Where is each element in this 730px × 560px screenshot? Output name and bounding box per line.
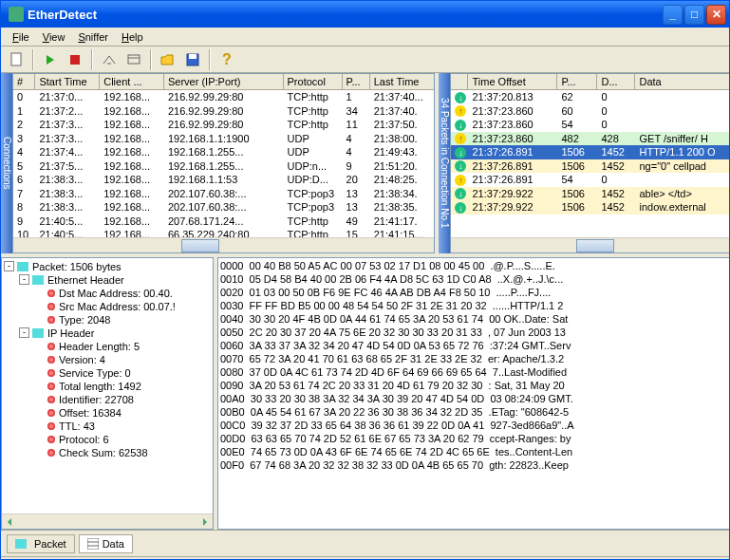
table-row[interactable]: 1021:40:5...192.168...66.35.229.240:80TC… (13, 228, 434, 237)
menubar: File View Sniffer Help (1, 28, 729, 47)
save-button[interactable] (181, 48, 204, 71)
toolbar: ? (1, 47, 729, 73)
hex-row[interactable]: 00C0 39 32 37 2D 33 65 64 38 36 36 61 39… (220, 420, 730, 433)
menu-view[interactable]: View (37, 29, 71, 45)
tree-node[interactable]: Dst Mac Address: 00.40. (4, 287, 211, 300)
conn-col-1[interactable]: Start Time (35, 74, 100, 89)
table-row[interactable]: ↓21:37:20.813620 (451, 90, 730, 104)
table-row[interactable]: ↑21:37:23.860600 (451, 104, 730, 119)
tree-hscroll[interactable] (2, 513, 213, 529)
menu-help[interactable]: Help (116, 29, 149, 45)
hex-row[interactable]: 0080 37 0D 0A 4C 61 73 74 2D 4D 6F 64 69… (220, 366, 730, 380)
maximize-button[interactable]: □ (684, 5, 704, 25)
svg-rect-2 (70, 55, 80, 65)
tab-packet[interactable]: Packet (7, 534, 75, 553)
conn-col-2[interactable]: Client ... (100, 74, 164, 89)
arrow-down-icon: ↓ (455, 92, 466, 103)
hex-row[interactable]: 0050 2C 20 30 37 20 4A 75 6E 20 32 30 30… (220, 327, 730, 340)
close-button[interactable]: ✕ (706, 5, 726, 25)
tree-node[interactable]: Type: 2048 (4, 313, 211, 327)
table-row[interactable]: ↓21:37:29.92215061452able> </td> (451, 187, 730, 201)
pkt-col-1[interactable]: Time Offset (468, 74, 557, 89)
pkt-col-3[interactable]: D... (597, 74, 635, 89)
tree-node[interactable]: -Packet: 1506 bytes (4, 260, 211, 273)
hex-row[interactable]: 00D0 63 63 65 70 74 2D 52 61 6E 67 65 73… (220, 433, 730, 446)
hex-row[interactable]: 0030 FF FF BD B5 00 00 48 54 54 50 2F 31… (220, 300, 730, 313)
hex-view[interactable]: 0000 00 40 B8 50 A5 AC 00 07 53 02 17 D1… (218, 258, 730, 529)
table-row[interactable]: 821:38:3...192.168...202.107.60.38:...TC… (13, 200, 434, 215)
menu-sniffer[interactable]: Sniffer (72, 29, 114, 45)
packets-hscroll[interactable] (451, 237, 730, 252)
expand-icon[interactable]: - (4, 261, 14, 271)
arrow-up-icon: ↑ (455, 175, 466, 186)
conn-col-3[interactable]: Server (IP:Port) (164, 74, 284, 89)
tree-node[interactable]: Total length: 1492 (4, 380, 211, 393)
tree-node[interactable]: TTL: 43 (4, 420, 211, 433)
svg-rect-0 (11, 53, 21, 65)
filter-button[interactable] (122, 48, 145, 71)
pkt-col-4[interactable]: Data (635, 74, 730, 89)
window-title: EtherDetect (28, 8, 661, 22)
hex-row[interactable]: 0040 30 30 20 4F 4B 0D 0A 44 61 74 65 3A… (220, 313, 730, 327)
tree-panel: -Packet: 1506 bytes-Ethernet HeaderDst M… (1, 257, 214, 530)
bottom-tabs: Packet Data (1, 530, 729, 556)
table-row[interactable]: ↑21:37:23.860482428GET /sniffer/ H (451, 132, 730, 146)
table-row[interactable]: 921:40:5...192.168...207.68.171.24...TCP… (13, 215, 434, 229)
table-row[interactable]: ↓21:37:26.89115061452HTTP/1.1 200 O (451, 145, 730, 159)
hex-row[interactable]: 0010 05 D4 58 B4 40 00 2B 06 F4 4A D8 5C… (220, 273, 730, 287)
table-row[interactable]: 121:37:2...192.168...216.92.99.29:80TCP:… (13, 104, 434, 119)
table-row[interactable]: 521:37:5...192.168...192.168.1.255...UDP… (13, 159, 434, 174)
help-button[interactable]: ? (215, 48, 238, 71)
hex-row[interactable]: 0070 65 72 3A 20 41 70 61 63 68 65 2F 31… (220, 353, 730, 366)
hex-row[interactable]: 00E0 74 65 73 0D 0A 43 6F 6E 74 65 6E 74… (220, 446, 730, 459)
conn-col-4[interactable]: Protocol (284, 74, 343, 89)
table-row[interactable]: 221:37:3...192.168...216.92.99.29:80TCP:… (13, 118, 434, 132)
conn-col-6[interactable]: Last Time (370, 74, 435, 89)
menu-file[interactable]: File (7, 29, 35, 45)
table-row[interactable]: ↑21:37:26.891540 (451, 173, 730, 187)
tree-node[interactable]: Version: 4 (4, 353, 211, 366)
minimize-button[interactable]: _ (663, 5, 683, 25)
tree-node[interactable]: Offset: 16384 (4, 406, 211, 420)
table-row[interactable]: ↓21:37:26.89115061452ng="0" cellpad (451, 159, 730, 174)
tree-node[interactable]: Check Sum: 62538 (4, 446, 211, 459)
open-button[interactable] (157, 48, 179, 71)
hex-row[interactable]: 00F0 67 74 68 3A 20 32 32 38 32 33 0D 0A… (220, 459, 730, 473)
expand-icon[interactable]: - (19, 327, 29, 338)
connections-hscroll[interactable] (13, 237, 434, 252)
table-row[interactable]: 721:38:3...192.168...202.107.60.38:...TC… (13, 187, 434, 201)
expand-icon[interactable]: - (19, 274, 29, 285)
hex-row[interactable]: 0060 3A 33 37 3A 32 34 20 47 4D 54 0D 0A… (220, 340, 730, 353)
table-row[interactable]: 421:37:4...192.168...192.168.1.255...UDP… (13, 145, 434, 159)
tree-node[interactable]: Protocol: 6 (4, 433, 211, 446)
table-row[interactable]: 021:37:0...192.168...216.92.99.29:80TCP:… (13, 90, 434, 104)
packet-tree[interactable]: -Packet: 1506 bytes-Ethernet HeaderDst M… (2, 258, 213, 513)
hex-row[interactable]: 0020 01 03 00 50 0B F6 9E FC 46 4A AB DB… (220, 287, 730, 300)
tree-node[interactable]: -Ethernet Header (4, 273, 211, 287)
hex-row[interactable]: 0090 3A 20 53 61 74 2C 20 33 31 20 4D 61… (220, 380, 730, 393)
new-button[interactable] (5, 48, 28, 71)
tree-node[interactable]: Header Length: 5 (4, 340, 211, 353)
hex-row[interactable]: 0000 00 40 B8 50 A5 AC 00 07 53 02 17 D1… (220, 260, 730, 273)
connections-body[interactable]: 021:37:0...192.168...216.92.99.29:80TCP:… (13, 90, 434, 237)
play-button[interactable] (39, 48, 62, 71)
table-row[interactable]: 621:38:3...192.168...192.168.1.1:53UDP:D… (13, 173, 434, 187)
tab-data[interactable]: Data (79, 534, 133, 553)
packets-body[interactable]: ↓21:37:20.813620↑21:37:23.860600↓21:37:2… (451, 90, 730, 237)
stop-button[interactable] (64, 48, 86, 71)
tree-node[interactable]: Src Mac Address: 00.07.! (4, 300, 211, 313)
pkt-col-0[interactable] (451, 74, 468, 89)
table-row[interactable]: ↓21:37:29.92215061452indow.external (451, 200, 730, 215)
hex-row[interactable]: 00B0 0A 45 54 61 67 3A 20 22 36 30 38 36… (220, 406, 730, 420)
conn-col-5[interactable]: P... (343, 74, 370, 89)
conn-col-0[interactable]: # (13, 74, 35, 89)
packets-header: Time OffsetP...D...Data (451, 74, 730, 90)
table-row[interactable]: 321:37:3...192.168...192.168.1.1:1900UDP… (13, 132, 434, 146)
tree-node[interactable]: Identifier: 22708 (4, 393, 211, 406)
tree-node[interactable]: Service Type: 0 (4, 366, 211, 380)
hex-row[interactable]: 00A0 30 33 20 30 38 3A 32 34 3A 30 39 20… (220, 393, 730, 406)
table-row[interactable]: ↓21:37:23.860540 (451, 118, 730, 132)
tree-node[interactable]: -IP Header (4, 327, 211, 340)
pkt-col-2[interactable]: P... (557, 74, 597, 89)
adapter-button[interactable] (98, 48, 121, 71)
